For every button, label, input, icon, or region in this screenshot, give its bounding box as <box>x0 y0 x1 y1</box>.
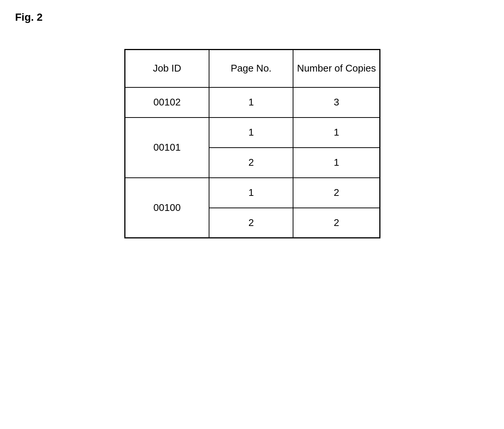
table-row: 0010012 <box>125 178 380 208</box>
copies-cell-1-1: 1 <box>293 148 380 178</box>
job-id-cell-2: 00100 <box>125 178 209 238</box>
header-page-no: Page No. <box>209 50 293 87</box>
header-num-copies: Number of Copies <box>293 50 380 87</box>
copies-cell-0-0: 3 <box>293 87 380 118</box>
table-row: 0010111 <box>125 118 380 148</box>
page-no-cell-2-1: 2 <box>209 208 293 238</box>
page-no-cell-0-0: 1 <box>209 87 293 118</box>
job-table: Job ID Page No. Number of Copies 0010213… <box>124 49 380 238</box>
figure-label: Fig. 2 <box>15 11 43 23</box>
page-no-cell-1-1: 2 <box>209 148 293 178</box>
table-row: 0010213 <box>125 87 380 118</box>
job-id-cell-0: 00102 <box>125 87 209 118</box>
page-no-cell-2-0: 1 <box>209 178 293 208</box>
copies-cell-1-0: 1 <box>293 118 380 148</box>
header-job-id: Job ID <box>125 50 209 87</box>
data-table-container: Job ID Page No. Number of Copies 0010213… <box>124 49 380 238</box>
copies-cell-2-0: 2 <box>293 178 380 208</box>
job-id-cell-1: 00101 <box>125 118 209 178</box>
page-no-cell-1-0: 1 <box>209 118 293 148</box>
copies-cell-2-1: 2 <box>293 208 380 238</box>
